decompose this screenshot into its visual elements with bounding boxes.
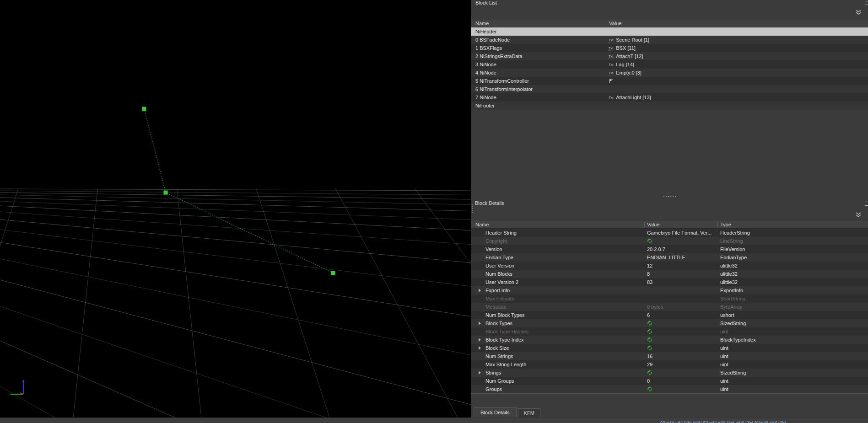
block-list-row[interactable]: 7 NiNodeTxtAttachLight [13] [471, 93, 868, 102]
chevron-double-down-icon[interactable] [855, 10, 862, 15]
block-list-row[interactable]: 4 NiNodeTxtEmpty:0 [3] [471, 69, 868, 77]
block-details-row[interactable]: Strings SizedString [471, 369, 868, 377]
field-value[interactable]: 6 [647, 311, 650, 319]
column-header-value[interactable]: Value [647, 221, 659, 228]
block-details-row[interactable]: Export InfoExportInfo [471, 286, 868, 294]
dock-drag-handle-icon[interactable] [472, 204, 474, 213]
block-list-header[interactable]: Name Value [471, 20, 868, 27]
block-details-row[interactable]: Metadata0 bytesByteArray [471, 303, 868, 311]
field-type: ulittle32 [720, 262, 738, 270]
ground-grid-line [0, 201, 471, 220]
3d-viewport[interactable] [0, 0, 471, 418]
undock-icon[interactable] [865, 1, 868, 5]
column-header-name[interactable]: Name [475, 20, 489, 27]
field-value[interactable]: 0 bytes [647, 303, 663, 311]
text-string-icon: Txt [609, 63, 613, 67]
field-type: uint [720, 327, 728, 336]
text-string-icon: Txt [609, 71, 613, 75]
chevron-double-down-icon[interactable] [855, 212, 862, 218]
column-header-value[interactable]: Value [609, 20, 621, 27]
field-type: ByteArray [720, 303, 742, 311]
field-value[interactable] [647, 327, 655, 336]
field-value[interactable] [647, 319, 655, 327]
block-details-row[interactable]: Version20.2.0.7FileVersion [471, 245, 868, 253]
block-value-text: AttachT [12] [616, 54, 643, 59]
ground-grid-line [0, 193, 471, 199]
field-value[interactable] [647, 344, 655, 352]
undock-icon[interactable] [865, 202, 868, 206]
panel-splitter[interactable] [471, 194, 868, 199]
field-value[interactable] [647, 385, 655, 393]
field-value[interactable]: 12 [647, 262, 652, 270]
array-refresh-icon [647, 329, 652, 334]
tab-kfm[interactable]: KFM [518, 408, 540, 418]
field-name: Header String [485, 229, 517, 237]
column-divider[interactable] [717, 222, 718, 228]
ground-grid-line [0, 212, 471, 245]
block-details-row[interactable]: User Version12ulittle32 [471, 262, 868, 270]
block-details-row[interactable]: Block Type Hashes uint [471, 327, 868, 336]
block-list-row[interactable]: NiFooter [471, 102, 868, 110]
field-value[interactable]: 29 [647, 360, 652, 369]
field-value[interactable]: 0 [647, 377, 650, 385]
block-value: TxtAttachT [12] [609, 52, 643, 60]
expand-arrow-icon[interactable] [479, 371, 481, 375]
field-value[interactable] [647, 369, 655, 377]
expand-arrow-icon[interactable] [479, 321, 481, 325]
block-details-row[interactable]: Num Block Types6ushort [471, 311, 868, 319]
block-details-row[interactable]: Block Types SizedString [471, 319, 868, 327]
status-bar: AttachLight [35Light] AttachLight [35Lig… [0, 418, 868, 423]
splitter-grip-icon[interactable] [663, 196, 676, 197]
expand-arrow-icon[interactable] [479, 338, 481, 342]
block-name: 3 NiNode [475, 60, 496, 69]
block-details-row[interactable]: Max String Length29uint [471, 360, 868, 369]
field-value[interactable] [647, 237, 655, 245]
block-details-row[interactable]: Block Size uint [471, 344, 868, 352]
field-value[interactable] [647, 336, 655, 344]
block-list-row[interactable]: 1 BSXFlagsTxtBSX [11] [471, 44, 868, 52]
field-value[interactable]: 16 [647, 352, 652, 360]
block-list-row[interactable]: 3 NiNodeTxtLag [14] [471, 60, 868, 69]
block-details-row[interactable]: Num Strings16uint [471, 352, 868, 360]
block-list-row[interactable]: 2 NiStringsExtraDataTxtAttachT [12] [471, 52, 868, 60]
column-header-name[interactable]: Name [475, 221, 489, 228]
block-value-text: Scene Root [1] [616, 37, 649, 43]
array-refresh-icon [647, 238, 652, 244]
block-details-row[interactable]: Header StringGamebryo File Format, Ver..… [471, 229, 868, 237]
field-type: uint [720, 360, 728, 369]
block-details-row[interactable]: Block Type Index BlockTypeIndex [471, 336, 868, 344]
block-details-row[interactable]: Copyright LineString [471, 237, 868, 245]
block-details-row[interactable]: Num Groups0uint [471, 377, 868, 385]
block-list-rows: NiHeader0 BSFadeNodeTxtScene Root [1]1 B… [471, 27, 868, 110]
field-name: Export Info [485, 286, 510, 294]
block-name: 1 BSXFlags [475, 44, 502, 52]
block-list-row[interactable]: 6 NiTransformInterpolator [471, 85, 868, 93]
block-details-row[interactable]: Endian TypeENDIAN_LITTLEEndianType [471, 253, 868, 262]
expand-arrow-icon[interactable] [479, 289, 481, 292]
ground-grid-line [0, 189, 471, 191]
block-details-row[interactable]: Max FilepathShortString [471, 294, 868, 303]
block-details-row[interactable]: User Version 283ulittle32 [471, 278, 868, 286]
field-value[interactable]: Gamebryo File Format, Ver... [647, 229, 712, 237]
block-details-header[interactable]: Name Value Type [471, 221, 868, 229]
field-value[interactable]: 83 [647, 278, 652, 286]
field-value[interactable]: 8 [647, 270, 650, 278]
field-value-text: 0 bytes [647, 304, 663, 310]
block-value: TxtEmpty:0 [3] [609, 69, 642, 77]
expand-arrow-icon[interactable] [479, 346, 481, 350]
block-list-row[interactable]: 5 NiTransformController [471, 77, 868, 85]
block-list-row[interactable]: NiHeader [471, 27, 868, 36]
block-list-row[interactable]: 0 BSFadeNodeTxtScene Root [1] [471, 36, 868, 44]
field-name: Copyright [485, 237, 507, 245]
field-value[interactable]: 20.2.0.7 [647, 245, 665, 253]
block-details-row[interactable]: Groups uint [471, 385, 868, 393]
column-divider[interactable] [644, 222, 645, 228]
scene-node-marker [142, 107, 146, 111]
field-type: uint [720, 344, 728, 352]
column-divider[interactable] [606, 21, 606, 27]
column-header-type[interactable]: Type [720, 221, 731, 228]
tab-block-details[interactable]: Block Details [474, 407, 517, 418]
block-value [609, 77, 616, 85]
field-value[interactable]: ENDIAN_LITTLE [647, 253, 685, 262]
block-details-row[interactable]: Num Blocks8ulittle32 [471, 270, 868, 278]
